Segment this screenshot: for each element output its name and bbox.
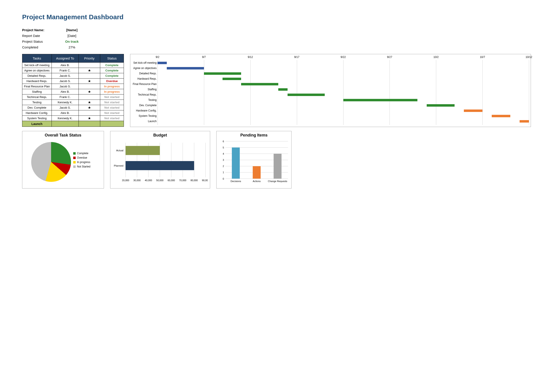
pending-y-tick: 2	[223, 165, 224, 168]
task-col-header-status: Status	[100, 54, 124, 63]
cell-assigned: Alex B.	[52, 110, 78, 116]
pending-items-chart: Pending Items 0123456DecisionsActionsCha…	[216, 131, 292, 189]
gantt-chart: Set kick-off meetingAgree on objectivesD…	[130, 54, 531, 127]
gantt-x-tick: 10/12	[525, 56, 532, 59]
gantt-x-tick: 9/22	[341, 56, 346, 59]
cell-assigned: Jacob S.	[52, 84, 78, 89]
page-title: Project Management Dashboard	[22, 13, 531, 21]
launch-label: Launch	[22, 121, 52, 127]
task-col-header-assigned: Assigned To	[52, 54, 78, 63]
cell-task: Set kick-off meeting	[22, 63, 52, 68]
cell-assigned: Kennedy K.	[52, 100, 78, 105]
gantt-row-label: Hardward Reqs.	[137, 77, 157, 80]
cell-status: Overdue	[100, 78, 124, 84]
gantt-x-tick: 9/27	[387, 56, 392, 59]
gantt-gridline	[436, 60, 436, 125]
gantt-row-label: Final Resource Plan	[133, 83, 157, 86]
pending-y-tick: 4	[223, 152, 224, 155]
gantt-bar	[464, 110, 483, 112]
gantt-x-tick: 9/7	[202, 56, 206, 59]
gantt-gridline	[390, 60, 390, 125]
legend-notstarted: Not Started	[77, 165, 91, 168]
pie-legend: Complete Overdue In progress Not Started	[73, 152, 91, 169]
gantt-bar	[278, 88, 287, 91]
budget-title: Budget	[112, 133, 208, 138]
table-row: Dev. CompleteJacob S.★Not started	[22, 105, 124, 110]
swatch-notstarted	[73, 166, 76, 168]
gantt-row-label: Staffing	[148, 88, 157, 91]
cell-task: Testing	[22, 100, 52, 105]
star-icon: ★	[88, 116, 91, 120]
gantt-gridline	[297, 60, 297, 125]
pending-bar	[253, 166, 261, 179]
gantt-row-label: Launch	[148, 120, 157, 123]
gantt-row-label: Set kick-off meeting	[133, 61, 157, 64]
gantt-bar	[157, 62, 167, 64]
swatch-complete	[73, 152, 76, 155]
overall-task-status-chart: Overall Task Status Complete Overdue In …	[22, 131, 104, 189]
cell-task: Final Resource Plan	[22, 84, 52, 89]
cell-priority	[78, 84, 100, 89]
table-row: System TestingKennedy K.★Not started	[22, 116, 124, 121]
star-icon: ★	[88, 69, 91, 72]
gantt-gridline	[529, 60, 529, 125]
cell-status: In progress	[100, 84, 124, 89]
cell-priority: ★	[78, 105, 100, 110]
gantt-gridline	[343, 60, 343, 125]
cell-task: System Testing	[22, 116, 52, 121]
meta-value-report-date: [Date]	[60, 34, 84, 38]
budget-bar	[126, 161, 194, 170]
budget-x-tick: 30,000	[133, 179, 141, 182]
gantt-bar	[223, 78, 241, 80]
meta-label-project-name: Project Name:	[22, 28, 60, 32]
pending-graphic: 0123456DecisionsActionsChange Requests	[219, 139, 289, 187]
pending-bar	[274, 154, 282, 179]
meta-value-project-name: [Name]	[60, 28, 84, 32]
table-row: Final Resource PlanJacob S.In progress	[22, 84, 124, 89]
pending-cat-label: Decisions	[231, 180, 241, 182]
pending-cat-label: Change Requests	[268, 180, 287, 182]
pie-graphic	[31, 142, 71, 182]
table-row: TestingKennedy K.★Not started	[22, 100, 124, 105]
budget-x-tick: 60,000	[168, 179, 175, 182]
gantt-row-label: Detailed Reqs.	[139, 72, 157, 75]
budget-x-tick: 40,000	[145, 179, 152, 182]
cell-priority	[78, 94, 100, 100]
gantt-bar	[343, 99, 418, 101]
gantt-x-tick: 9/17	[294, 56, 299, 59]
cell-assigned: Alex B.	[52, 89, 78, 94]
cell-priority: ★	[78, 89, 100, 94]
gantt-gridline	[250, 60, 251, 125]
star-icon: ★	[88, 90, 91, 94]
cell-status: Complete	[100, 73, 124, 78]
cell-status: Not started	[100, 110, 124, 116]
cell-assigned: Kennedy K.	[52, 116, 78, 121]
budget-x-tick: 50,000	[156, 179, 163, 182]
cell-assigned: Jacob S.	[52, 78, 78, 84]
budget-graphic: 20,00030,00040,00050,00060,00070,00080,0…	[112, 139, 208, 185]
budget-cat-label: Actual	[116, 149, 123, 152]
legend-complete: Complete	[77, 152, 88, 155]
swatch-inprogress	[73, 161, 76, 163]
cell-assigned: Jacob S.	[52, 105, 78, 110]
table-row: StaffingAlex B.★In progress	[22, 89, 124, 94]
cell-priority: ★	[78, 68, 100, 73]
star-icon: ★	[88, 100, 91, 104]
cell-status: Not started	[100, 116, 124, 121]
gantt-row-label: Techincal Reqs.	[138, 93, 157, 96]
gantt-x-tick: 10/7	[480, 56, 485, 59]
pending-y-tick: 5	[223, 146, 224, 149]
meta-value-project-status: On track	[60, 40, 84, 43]
budget-chart: Budget 20,00030,00040,00050,00060,00070,…	[110, 131, 210, 189]
legend-inprogress: In progress	[77, 161, 90, 164]
pending-cat-label: Actions	[253, 180, 261, 182]
cell-task: Hardward Reqs.	[22, 78, 52, 84]
gantt-x-tick: 9/2	[156, 56, 160, 59]
budget-x-tick: 90,000	[202, 179, 208, 182]
meta-label-project-status: Project Status	[22, 40, 60, 43]
gantt-row-label: System Testing	[139, 114, 157, 118]
project-meta-table: Project Name: [Name] Report Date [Date] …	[22, 27, 531, 50]
task-col-header-priority: Priority	[78, 54, 100, 63]
cell-status: Complete	[100, 68, 124, 73]
budget-x-tick: 20,000	[122, 179, 129, 182]
